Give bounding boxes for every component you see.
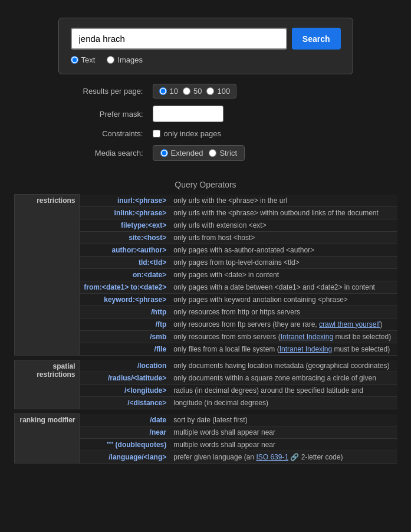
operator-desc: longitude (in decimal degrees): [170, 397, 397, 409]
operator-desc: only resources from http or https server…: [170, 306, 397, 318]
search-type-images-label[interactable]: Images: [107, 55, 143, 64]
operator-desc: only resources from smb servers (Intrane…: [170, 330, 397, 343]
media-search-label: Media search:: [58, 149, 153, 157]
constraints-row: Constraints: only index pages: [58, 129, 353, 138]
media-search-content: Extended Strict: [153, 145, 245, 161]
operator-name: tld:<tld>: [79, 256, 170, 268]
constraints-checkbox[interactable]: [153, 130, 160, 137]
search-panel: Search Text Images: [58, 18, 353, 74]
operator-desc: only pages with keyword anotation contai…: [170, 293, 397, 306]
operator-name: author:<author>: [79, 244, 170, 256]
results-10-radio[interactable]: [159, 87, 167, 95]
operator-desc: only urls with the <phrase> within outbo…: [170, 206, 397, 219]
results-10-label[interactable]: 10: [159, 87, 178, 96]
operator-name: /location: [79, 360, 170, 372]
operator-desc: only pages from top-level-domains <tld>: [170, 256, 397, 268]
operator-desc: only pages with as-author-anotated <auth…: [170, 244, 397, 256]
results-10-text: 10: [170, 87, 178, 96]
constraints-label: Constraints:: [58, 129, 153, 138]
operator-name: inlink:<phrase>: [79, 206, 170, 219]
operator-desc: only urls with extension <ext>: [170, 219, 397, 231]
search-type-text-radio[interactable]: [71, 56, 78, 64]
operator-name: inurl:<phrase>: [79, 195, 170, 207]
media-strict-radio[interactable]: [209, 149, 216, 157]
iso-link[interactable]: ISO 639-1: [256, 453, 288, 461]
media-strict-label[interactable]: Strict: [209, 149, 237, 157]
results-50-text: 50: [193, 87, 202, 96]
results-options: 10 50 100: [153, 84, 237, 98]
operator-desc: radius (in decimal degrees) around the s…: [170, 385, 397, 397]
spacer-row: [14, 409, 397, 414]
operator-name: /ftp: [79, 318, 170, 330]
operator-desc: only urls with the <phrase> in the url: [170, 195, 397, 207]
operator-name: site:<host>: [79, 231, 170, 244]
results-50-label[interactable]: 50: [183, 87, 202, 96]
operator-name: /smb: [79, 330, 170, 343]
operator-desc: prefer given language (an ISO 639-1 🔗 2-…: [170, 451, 397, 463]
ranking-section-label: ranking modifier: [14, 414, 79, 464]
operator-desc: multiple words shall appear near: [170, 438, 397, 451]
prefer-mask-input[interactable]: [153, 106, 223, 122]
operator-name: /<longitude>: [79, 385, 170, 397]
operator-name: /http: [79, 306, 170, 318]
operator-desc: only urls from host <host>: [170, 231, 397, 244]
media-strict-text: Strict: [219, 149, 237, 157]
operator-name: from:<date1> to:<date2>: [79, 281, 170, 293]
operator-name: "" (doublequotes): [79, 438, 170, 451]
operator-name: /language/<lang>: [79, 451, 170, 463]
prefer-mask-label: Prefer mask:: [58, 110, 153, 119]
intranet-file-link[interactable]: Intranet Indexing: [280, 345, 332, 353]
operator-name: /<distance>: [79, 397, 170, 409]
crawl-link[interactable]: crawl them yourself: [319, 320, 380, 329]
operator-desc: only files from a local file system (Int…: [170, 343, 397, 355]
results-50-radio[interactable]: [183, 87, 190, 95]
spatial-section-label: spatialrestrictions: [14, 360, 79, 409]
media-search-row: Media search: Extended Strict: [58, 145, 353, 161]
prefer-mask-content: [153, 106, 223, 122]
query-operators-section: Query Operators restrictions inurl:<phra…: [14, 178, 397, 464]
results-100-text: 100: [217, 87, 230, 96]
query-operators-title: Query Operators: [14, 180, 397, 189]
results-100-radio[interactable]: [206, 87, 214, 95]
search-row: Search: [71, 28, 341, 50]
intranet-smb-link[interactable]: Intranet Indexing: [281, 333, 333, 341]
search-type-images-radio[interactable]: [107, 56, 114, 64]
constraints-text: only index pages: [164, 129, 222, 138]
operator-desc: only pages with a date between <date1> a…: [170, 281, 397, 293]
operator-desc: multiple words shall appear near: [170, 426, 397, 438]
page-wrapper: Search Text Images Results per page: 10: [6, 18, 405, 514]
search-button[interactable]: Search: [292, 28, 341, 50]
operator-name: /radius/<latitude>: [79, 372, 170, 385]
query-operators-table: restrictions inurl:<phrase> only urls wi…: [14, 194, 397, 464]
search-type-text-label[interactable]: Text: [71, 55, 96, 64]
results-radio-group: 10 50 100: [153, 84, 237, 98]
table-row: restrictions inurl:<phrase> only urls wi…: [14, 195, 397, 207]
search-input[interactable]: [71, 28, 287, 50]
media-extended-label[interactable]: Extended: [160, 149, 203, 157]
operator-name: /file: [79, 343, 170, 355]
table-row: spatialrestrictions /location only docum…: [14, 360, 397, 372]
options-panel: Results per page: 10 50 100: [58, 84, 353, 168]
search-type-text-span: Text: [81, 55, 96, 64]
operator-name: /date: [79, 414, 170, 426]
operator-desc: only resources from ftp servers (they ar…: [170, 318, 397, 330]
operator-name: /near: [79, 426, 170, 438]
table-row: ranking modifier /date sort by date (lat…: [14, 414, 397, 426]
results-100-label[interactable]: 100: [206, 87, 230, 96]
search-type-row: Text Images: [71, 55, 341, 64]
operator-name: keyword:<phrase>: [79, 293, 170, 306]
constraints-content: only index pages: [153, 129, 222, 138]
results-per-page-label: Results per page:: [58, 87, 153, 96]
operator-desc: sort by date (latest first): [170, 414, 397, 426]
operator-desc: only documents having location metadata …: [170, 360, 397, 372]
spacer-row: [14, 355, 397, 360]
operator-name: filetype:<ext>: [79, 219, 170, 231]
search-type-images-span: Images: [117, 55, 143, 64]
operator-desc: only pages with <date> in content: [170, 268, 397, 281]
media-search-group: Extended Strict: [153, 145, 245, 161]
restrictions-section-label: restrictions: [14, 195, 79, 356]
media-extended-radio[interactable]: [160, 149, 168, 157]
media-extended-text: Extended: [171, 149, 203, 157]
prefer-mask-row: Prefer mask:: [58, 106, 353, 122]
operator-desc: only documents within a square zone embr…: [170, 372, 397, 385]
